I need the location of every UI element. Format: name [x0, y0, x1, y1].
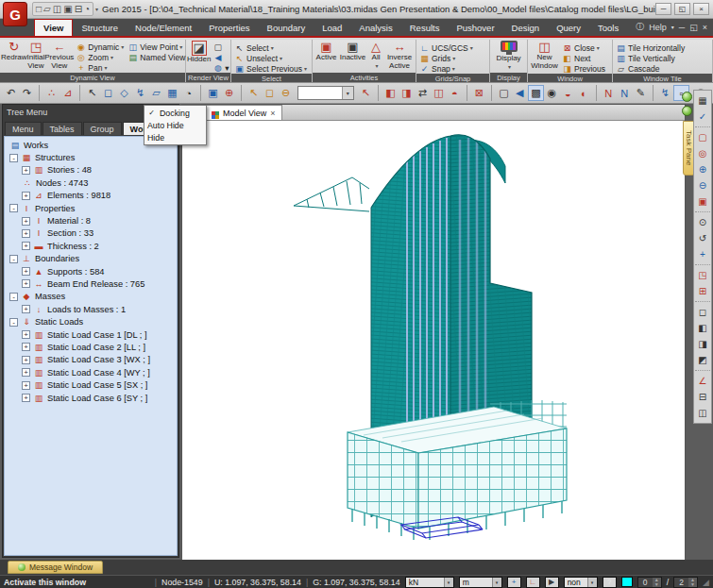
- tree-item[interactable]: - I Properties: [5, 202, 177, 214]
- status-help-button[interactable]: ?: [603, 577, 617, 588]
- print-preview-icon[interactable]: ◔: [84, 4, 90, 14]
- tree-item[interactable]: + ▥ Static Load Case 1 [DL ; ]: [5, 328, 177, 341]
- tab-view[interactable]: View: [34, 19, 73, 36]
- spinner-arrows-icon[interactable]: ▲▼: [688, 578, 697, 587]
- tree-item[interactable]: + ↓ Loads to Masses : 1: [5, 303, 177, 315]
- activate-icon[interactable]: ◧: [378, 85, 399, 101]
- node-number-icon[interactable]: N: [596, 85, 617, 101]
- unselect-single-icon[interactable]: ↖: [241, 85, 262, 101]
- tree-tab-menu[interactable]: Menu: [5, 122, 42, 135]
- tree-expand-toggle[interactable]: +: [22, 217, 30, 226]
- quick-select-icon[interactable]: ↖: [358, 85, 374, 101]
- tree-item[interactable]: + ▥ Static Load Case 2 [LL ; ]: [5, 341, 177, 353]
- next-window-button[interactable]: ◧ Next: [560, 53, 607, 63]
- capture-icon[interactable]: ⊟: [695, 389, 710, 405]
- new-file-icon[interactable]: □: [36, 4, 42, 14]
- zoom-fit-icon[interactable]: ▣: [695, 193, 710, 210]
- previous-window-button[interactable]: ◨ Previous: [560, 63, 607, 74]
- open-file-icon[interactable]: ▱: [43, 4, 51, 14]
- grids-button[interactable]: ▦ Grids ▾: [417, 53, 475, 63]
- tree-expand-toggle[interactable]: +: [22, 343, 30, 351]
- cascade-button[interactable]: ▱ Cascade: [614, 63, 687, 74]
- tree-item[interactable]: - ▦ Structures: [5, 151, 177, 163]
- snap-button[interactable]: ✓ Snap ▾: [417, 63, 475, 74]
- tree-expand-toggle[interactable]: +: [22, 381, 30, 390]
- tab-structure[interactable]: Structure: [73, 19, 127, 36]
- copy-view-icon[interactable]: ◫: [695, 405, 710, 421]
- quick-query-icon[interactable]: ↯: [653, 85, 673, 101]
- view-left-icon[interactable]: ◨: [695, 336, 710, 352]
- tile-vertically-button[interactable]: ▥ Tile Vertically: [614, 53, 687, 63]
- tree-expand-toggle[interactable]: +: [22, 394, 30, 402]
- ucs-gcs-button[interactable]: ∟ UCS/GCS ▾: [417, 42, 475, 53]
- select-plane-icon[interactable]: ▱: [148, 85, 164, 101]
- tree-expand-toggle[interactable]: +: [22, 330, 30, 339]
- zoom-button[interactable]: ◎ Zoom ▾: [74, 52, 126, 62]
- zoom-out-icon[interactable]: ⊖: [695, 177, 710, 193]
- help-label[interactable]: Help: [649, 23, 667, 32]
- spinner-arrows-icon[interactable]: ▲▼: [653, 578, 661, 587]
- tree-expand-toggle[interactable]: +: [22, 368, 30, 377]
- select-node-icon[interactable]: ∴: [39, 85, 59, 101]
- app-logo[interactable]: G: [3, 2, 27, 26]
- tree-item[interactable]: - ⊥ Boundaries: [5, 253, 177, 265]
- force-unit-dropdown[interactable]: kN ▾: [405, 577, 454, 588]
- select-polygon-icon[interactable]: ◇: [116, 85, 132, 101]
- angle-view-icon[interactable]: ∠: [695, 370, 710, 389]
- select-all-icon[interactable]: ⊕: [221, 85, 237, 101]
- rotate-view-icon[interactable]: ↺: [695, 230, 710, 246]
- zoom-dynamic-icon[interactable]: ◎: [695, 145, 710, 161]
- status-ucs-icon[interactable]: ∟: [526, 577, 540, 588]
- restore-button[interactable]: ◱: [674, 3, 690, 15]
- tree-item[interactable]: - ⇓ Static Loads: [5, 315, 177, 328]
- inverse-active-button[interactable]: ↔ Inverse Active: [385, 41, 414, 73]
- activate-identity-icon[interactable]: ◫: [431, 85, 447, 101]
- activate-story-icon[interactable]: ◓: [447, 85, 463, 101]
- select-previous-button[interactable]: ▣ Select Previous ▾: [232, 63, 309, 74]
- tab-tools[interactable]: Tools: [589, 19, 627, 36]
- tile-horizontally-button[interactable]: ▤ Tile Horizontally: [614, 42, 687, 53]
- tab-query[interactable]: Query: [548, 19, 589, 36]
- select-window-icon[interactable]: ◻: [100, 85, 116, 101]
- shrink-icon[interactable]: ◒: [560, 85, 576, 101]
- tree-expand-toggle[interactable]: +: [22, 242, 30, 250]
- activate-all-icon[interactable]: ⊞: [695, 283, 710, 299]
- unselect-button[interactable]: ↖ Unselect ▾: [232, 53, 309, 63]
- tree-item[interactable]: ∴ Nodes : 4743: [5, 176, 177, 189]
- all-activities-button[interactable]: △ All ▾: [366, 41, 385, 73]
- inactivate-all-icon[interactable]: ⊠: [467, 85, 487, 101]
- tree-item[interactable]: + I Material : 8: [5, 214, 177, 227]
- tree-expand-toggle[interactable]: +: [22, 192, 30, 200]
- pan-view-icon[interactable]: +: [695, 246, 710, 262]
- unselect-all-icon[interactable]: ⊖: [278, 85, 294, 101]
- tree-item[interactable]: + ↔ Beam End Release : 765: [5, 277, 177, 290]
- context-menu-item[interactable]: Auto Hide: [145, 119, 205, 131]
- length-unit-dropdown[interactable]: m ▾: [459, 577, 502, 588]
- tree-expand-toggle[interactable]: +: [22, 305, 30, 313]
- model-view-tab[interactable]: Model View ×: [205, 105, 282, 120]
- render-view-icon[interactable]: ◀: [512, 85, 528, 101]
- redo-icon[interactable]: ↷: [19, 85, 35, 101]
- render-speaker-button[interactable]: ◀: [211, 52, 230, 62]
- story-total-spinner[interactable]: 2 ▲▼: [673, 577, 698, 588]
- tree-item[interactable]: + I Section : 33: [5, 227, 177, 240]
- tree-expand-toggle[interactable]: -: [9, 255, 18, 263]
- select-recent-icon[interactable]: ◔: [180, 85, 196, 101]
- undo-icon[interactable]: ↶: [3, 85, 19, 101]
- tree-expand-toggle[interactable]: -: [9, 293, 18, 301]
- tree-item[interactable]: + ▥ Static Load Case 6 [SY ; ]: [5, 392, 177, 404]
- tab-boundary[interactable]: Boundary: [259, 19, 314, 36]
- tree-expand-toggle[interactable]: +: [22, 166, 30, 175]
- tree-item[interactable]: + ▬ Thickness : 2: [5, 240, 177, 252]
- display-button[interactable]: Display ▾: [492, 41, 526, 73]
- zoom-in-icon[interactable]: ⊕: [695, 161, 710, 177]
- model-canvas[interactable]: [182, 121, 685, 561]
- tree-item[interactable]: + ⊿ Elements : 9818: [5, 190, 177, 202]
- inactivate-icon[interactable]: ◨: [399, 85, 415, 101]
- tab-node-element[interactable]: Node/Element: [127, 19, 200, 36]
- tab-design[interactable]: Design: [503, 19, 549, 36]
- select-intersect-icon[interactable]: ↯: [132, 85, 148, 101]
- new-window-button[interactable]: ◫ New Window: [529, 41, 560, 73]
- tree-expand-toggle[interactable]: +: [22, 356, 30, 364]
- context-menu-item[interactable]: Hide: [145, 131, 205, 143]
